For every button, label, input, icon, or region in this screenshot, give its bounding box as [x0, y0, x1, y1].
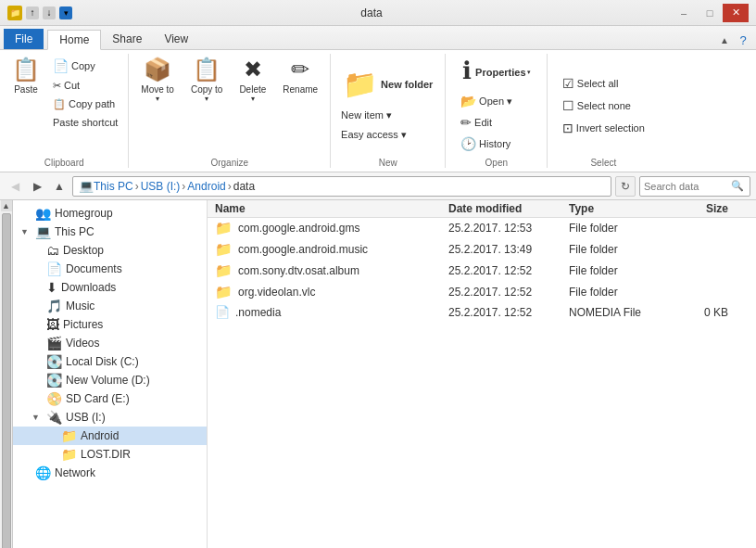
vold-icon: 💽	[46, 373, 62, 388]
col-type[interactable]: Type	[569, 202, 662, 215]
ribbon-collapse-btn[interactable]: ▲	[715, 31, 734, 49]
open-button[interactable]: 📂 Open ▾	[456, 91, 517, 111]
path-crumb-thispc[interactable]: This PC	[94, 180, 133, 193]
forward-button[interactable]: ▶	[28, 177, 46, 196]
sidebar-label-usbi: USB (I:)	[66, 411, 106, 424]
sidebar-item-videos[interactable]: 🎬 Videos	[13, 334, 207, 352]
refresh-button[interactable]: ↻	[615, 176, 636, 197]
copy-button[interactable]: 📄 Copy	[48, 56, 122, 76]
edit-button[interactable]: ✏ Edit	[456, 112, 497, 133]
select-all-button[interactable]: ☑ Select all	[558, 73, 624, 94]
thispc-icon: 💻	[35, 224, 51, 239]
col-name[interactable]: Name	[208, 202, 448, 215]
sidebar-item-localc[interactable]: 💽 Local Disk (C:)	[13, 352, 207, 371]
paste-button[interactable]: 📋 Paste	[6, 54, 46, 131]
sidebar-item-usbi[interactable]: ▼ 🔌 USB (I:)	[13, 408, 207, 427]
minimize-button[interactable]: –	[671, 4, 697, 22]
invert-selection-button[interactable]: ⊡ Invert selection	[558, 118, 649, 138]
easy-access-button[interactable]: Easy access ▾	[336, 126, 411, 144]
copy-icon: 📄	[53, 58, 69, 73]
new-label: New	[379, 156, 397, 168]
select-none-icon: ☐	[562, 98, 574, 113]
table-row[interactable]: 📁 com.google.android.gms 25.2.2017. 12:5…	[208, 218, 756, 239]
move-to-button[interactable]: 📦 Move to ▾	[134, 54, 181, 106]
sidebar-item-music[interactable]: 🎵 Music	[13, 297, 207, 315]
file-list-body: 📁 com.google.android.gms 25.2.2017. 12:5…	[208, 218, 756, 548]
copy-to-icon: 📋	[193, 57, 220, 83]
search-input[interactable]	[640, 181, 728, 192]
paste-shortcut-button[interactable]: Paste shortcut	[48, 114, 122, 131]
ribbon-help-btn[interactable]: ?	[734, 31, 752, 49]
sidebar-label-music: Music	[66, 299, 94, 312]
history-button[interactable]: 🕑 History	[456, 134, 515, 154]
scroll-up-btn[interactable]: ▲	[1, 200, 12, 211]
history-icon: 🕑	[460, 136, 476, 151]
open-icon: 📂	[460, 94, 476, 108]
rename-button[interactable]: ✏ Rename	[276, 54, 324, 97]
table-row[interactable]: 📁 com.google.android.music 25.2.2017. 13…	[208, 239, 756, 261]
address-path[interactable]: 💻 This PC › USB (I:) › Android › data	[72, 176, 611, 197]
col-date[interactable]: Date modified	[448, 202, 569, 215]
sidebar-item-documents[interactable]: 📄 Documents	[13, 260, 207, 278]
file-icon-5: 📄	[215, 305, 230, 319]
path-crumb-usb[interactable]: USB (I:)	[141, 180, 181, 193]
delete-icon: ✖	[244, 57, 262, 83]
sidebar-label-sde: SD Card (E:)	[66, 392, 130, 405]
tab-file[interactable]: File	[4, 29, 44, 49]
properties-button[interactable]: ℹ Properties ▾	[456, 54, 536, 90]
documents-icon: 📄	[46, 261, 62, 276]
sidebar-item-homegroup[interactable]: 👥 Homegroup	[13, 204, 207, 223]
clipboard-label: Clipboard	[44, 156, 84, 168]
sidebar-item-downloads[interactable]: ⬇ Downloads	[13, 278, 207, 297]
file-date-3: 25.2.2017. 12:52	[448, 264, 569, 277]
cut-button[interactable]: ✂ Cut	[48, 77, 122, 95]
sidebar-label-android: Android	[81, 429, 119, 442]
quick-icon-1[interactable]: ↑	[26, 6, 39, 19]
folder-icon-2: 📁	[215, 241, 233, 258]
sidebar-label-pictures: Pictures	[63, 318, 103, 331]
sidebar-item-network[interactable]: 🌐 Network	[13, 464, 207, 482]
sidebar-item-sde[interactable]: 📀 SD Card (E:)	[13, 389, 207, 408]
homegroup-icon: 👥	[35, 206, 51, 221]
app-icon: 📁	[7, 6, 22, 20]
maximize-button[interactable]: □	[697, 4, 723, 22]
search-icon[interactable]: 🔍	[728, 180, 747, 192]
table-row[interactable]: 📁 com.sony.dtv.osat.album 25.2.2017. 12:…	[208, 261, 756, 282]
quick-icon-2[interactable]: ↓	[43, 6, 56, 19]
table-row[interactable]: 📄 .nomedia 25.2.2017. 12:52 NOMEDIA File…	[208, 303, 756, 322]
tab-share[interactable]: Share	[101, 29, 153, 49]
col-size[interactable]: Size	[662, 202, 736, 215]
quick-icon-3[interactable]: ▾	[59, 6, 72, 19]
sidebar-item-android[interactable]: 📁 Android	[13, 427, 207, 445]
sidebar-item-thispc[interactable]: ▼ 💻 This PC	[13, 223, 207, 241]
copy-to-button[interactable]: 📋 Copy to ▾	[184, 54, 229, 106]
sidebar-item-lostdir[interactable]: 📁 LOST.DIR	[13, 445, 207, 464]
select-none-button[interactable]: ☐ Select none	[558, 96, 636, 116]
select-content: ☑ Select all ☐ Select none ⊡ Invert sele…	[558, 54, 649, 156]
file-date-5: 25.2.2017. 12:52	[448, 306, 569, 319]
new-item-button[interactable]: New item ▾	[336, 107, 397, 124]
select-group: ☑ Select all ☐ Select none ⊡ Invert sele…	[548, 54, 659, 168]
sidebar-label-videos: Videos	[66, 337, 99, 350]
up-button[interactable]: ▲	[50, 177, 69, 196]
copy-path-button[interactable]: 📋 Copy path	[48, 96, 122, 113]
tab-home[interactable]: Home	[47, 30, 101, 50]
clipboard-group: 📋 Paste 📄 Copy ✂ Cut 📋 Copy path	[0, 54, 129, 168]
new-folder-button[interactable]: 📁 New folder	[336, 65, 439, 105]
sidebar-item-desktop[interactable]: 🗂 Desktop	[13, 241, 207, 260]
open-content: ℹ Properties ▾ 📂 Open ▾ ✏ Edit 🕑 History	[456, 54, 536, 156]
window-title: data	[72, 6, 671, 19]
back-button[interactable]: ◀	[6, 177, 24, 196]
tab-view[interactable]: View	[153, 29, 199, 49]
sidebar-item-pictures[interactable]: 🖼 Pictures	[13, 315, 207, 334]
rename-icon: ✏	[291, 57, 309, 83]
sidebar-label-localc: Local Disk (C:)	[66, 355, 139, 368]
delete-button[interactable]: ✖ Delete ▾	[233, 54, 272, 106]
table-row[interactable]: 📁 org.videolan.vlc 25.2.2017. 12:52 File…	[208, 282, 756, 303]
organize-content: 📦 Move to ▾ 📋 Copy to ▾ ✖ Delete ▾ ✏ Ren…	[134, 54, 324, 156]
invert-icon: ⊡	[562, 121, 573, 135]
close-button[interactable]: ✕	[723, 4, 749, 22]
sidebar-item-vold[interactable]: 💽 New Volume (D:)	[13, 371, 207, 389]
path-crumb-android[interactable]: Android	[187, 180, 225, 193]
select-label: Select	[590, 156, 616, 168]
